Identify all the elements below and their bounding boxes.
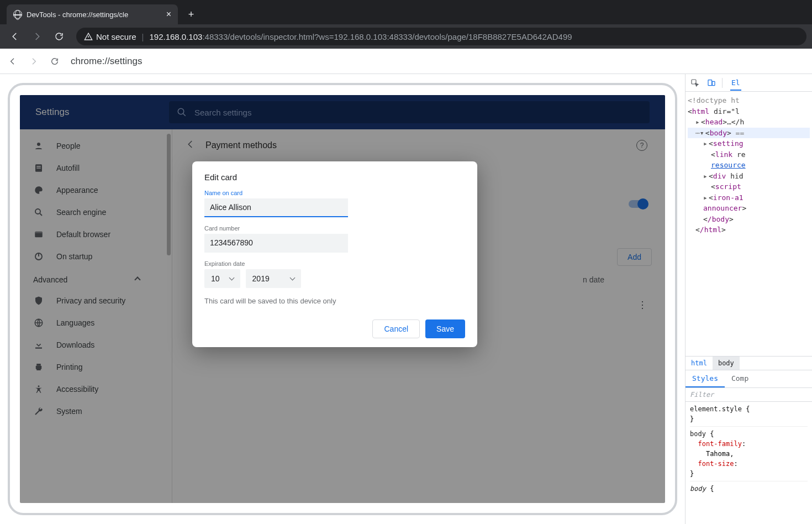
settings-preview: Settings Search settings People Autofill… xyxy=(0,74,685,524)
cancel-button[interactable]: Cancel xyxy=(372,319,420,338)
styles-filter[interactable]: Filter xyxy=(686,387,812,401)
tab-title: DevTools - chrome://settings/cle xyxy=(27,11,162,19)
back-button[interactable] xyxy=(6,27,24,46)
name-label: Name on card xyxy=(204,190,465,196)
outer-tab-bar: DevTools - chrome://settings/cle × + xyxy=(0,0,812,24)
chevron-down-icon xyxy=(289,275,295,281)
modal-title: Edit card xyxy=(204,172,465,182)
reload-button[interactable] xyxy=(50,27,68,46)
address-bar[interactable]: Not secure | 192.168.0.103:48333/devtool… xyxy=(76,28,806,45)
not-secure-label: Not secure xyxy=(96,32,136,41)
dom-breadcrumb[interactable]: html body xyxy=(686,356,812,370)
name-input[interactable] xyxy=(204,198,348,217)
not-secure-badge: Not secure xyxy=(84,32,136,41)
exp-year-select[interactable]: 2019 xyxy=(246,269,301,288)
modal-note: This card will be saved to this device o… xyxy=(204,297,465,305)
close-icon[interactable]: × xyxy=(166,9,171,19)
globe-icon xyxy=(13,10,22,19)
chevron-down-icon xyxy=(229,275,234,281)
devtools-toolbar: El xyxy=(686,74,812,92)
device-frame: Settings Search settings People Autofill… xyxy=(8,83,677,515)
tab-styles[interactable]: Styles xyxy=(686,370,725,387)
tab-elements[interactable]: El xyxy=(730,75,741,91)
edit-card-modal: Edit card Name on card Card number Expir… xyxy=(192,161,477,347)
svg-rect-17 xyxy=(712,81,715,85)
inner-forward-button[interactable] xyxy=(25,53,42,70)
outer-toolbar: Not secure | 192.168.0.103:48333/devtool… xyxy=(0,24,812,49)
inner-omnibox[interactable]: chrome://settings xyxy=(71,56,142,67)
tab-computed[interactable]: Comp xyxy=(725,370,755,387)
separator: | xyxy=(142,32,144,41)
device-toggle-icon[interactable] xyxy=(705,77,718,89)
save-button[interactable]: Save xyxy=(425,319,465,338)
styles-body[interactable]: element.style {} body { font-family: Tah… xyxy=(686,401,812,524)
exp-label: Expiration date xyxy=(204,260,465,267)
number-input[interactable] xyxy=(204,234,348,253)
new-tab-button[interactable]: + xyxy=(183,7,199,22)
url-text: 192.168.0.103:48333/devtools/inspector.h… xyxy=(149,32,572,41)
devtools-panel: El <!doctype ht <html dir="l ▸<head>…</h… xyxy=(685,74,812,524)
inner-back-button[interactable] xyxy=(4,53,21,70)
browser-tab[interactable]: DevTools - chrome://settings/cle × xyxy=(7,4,178,24)
svg-rect-16 xyxy=(708,80,712,85)
number-label: Card number xyxy=(204,225,465,232)
inner-reload-button[interactable] xyxy=(46,53,63,70)
dom-tree[interactable]: <!doctype ht <html dir="l ▸<head>…</h ⋯▾… xyxy=(686,92,812,239)
inner-nav-row: chrome://settings xyxy=(0,49,812,74)
styles-tabs: Styles Comp xyxy=(686,370,812,387)
exp-month-select[interactable]: 10 xyxy=(204,269,240,288)
forward-button[interactable] xyxy=(28,27,46,46)
inspect-icon[interactable] xyxy=(689,77,701,89)
